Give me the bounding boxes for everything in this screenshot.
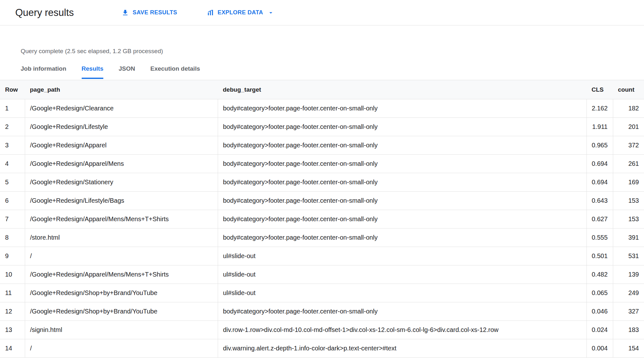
cell-debug-target: div.row-1.row>div.col-md-10.col-md-offse… bbox=[218, 321, 586, 339]
cell-debug-target: ul#slide-out bbox=[218, 284, 586, 302]
column-header-count: count bbox=[613, 80, 644, 99]
cell-count: 182 bbox=[613, 99, 644, 118]
tab-json[interactable]: JSON bbox=[119, 65, 135, 79]
query-results-header: Query results SAVE RESULTS EXPLORE DATA bbox=[0, 0, 644, 25]
cell-page-path: /signin.html bbox=[25, 321, 218, 339]
cell-count: 153 bbox=[613, 192, 644, 210]
column-header-debug-target: debug_target bbox=[218, 80, 586, 99]
table-row: 11/Google+Redesign/Shop+by+Brand/YouTube… bbox=[0, 284, 644, 302]
save-results-button[interactable]: SAVE RESULTS bbox=[121, 9, 177, 17]
cell-row-number: 13 bbox=[0, 321, 25, 339]
cell-debug-target: body#category>footer.page-footer.center-… bbox=[218, 210, 586, 229]
explore-data-icon bbox=[207, 9, 214, 17]
cell-row-number: 2 bbox=[0, 118, 25, 136]
cell-count: 531 bbox=[613, 247, 644, 265]
cell-cls: 0.694 bbox=[586, 173, 613, 192]
cell-row-number: 4 bbox=[0, 155, 25, 173]
query-status-text: Query complete (2.5 sec elapsed, 1.2 GB … bbox=[21, 48, 644, 55]
table-row: 7/Google+Redesign/Apparel/Mens/Mens+T+Sh… bbox=[0, 210, 644, 229]
cell-cls: 0.004 bbox=[586, 339, 613, 358]
cell-cls: 0.024 bbox=[586, 321, 613, 339]
cell-row-number: 7 bbox=[0, 210, 25, 229]
cell-count: 169 bbox=[613, 173, 644, 192]
cell-debug-target: body#category>footer.page-footer.center-… bbox=[218, 173, 586, 192]
cell-page-path: /Google+Redesign/Lifestyle/Bags bbox=[25, 192, 218, 210]
tab-results[interactable]: Results bbox=[82, 65, 104, 79]
cell-cls: 0.965 bbox=[586, 136, 613, 155]
cell-cls: 0.694 bbox=[586, 155, 613, 173]
cell-count: 249 bbox=[613, 284, 644, 302]
cell-debug-target: ul#slide-out bbox=[218, 247, 586, 265]
dropdown-arrow-icon bbox=[267, 9, 274, 16]
results-table: Row page_path debug_target CLS count 1/G… bbox=[0, 80, 644, 358]
column-header-page-path: page_path bbox=[25, 80, 218, 99]
table-row: 4/Google+Redesign/Apparel/Mensbody#categ… bbox=[0, 155, 644, 173]
cell-page-path: /Google+Redesign/Clearance bbox=[25, 99, 218, 118]
cell-row-number: 8 bbox=[0, 229, 25, 247]
cell-cls: 0.627 bbox=[586, 210, 613, 229]
cell-page-path: /Google+Redesign/Shop+by+Brand/YouTube bbox=[25, 302, 218, 321]
cell-page-path: /Google+Redesign/Apparel bbox=[25, 136, 218, 155]
cell-row-number: 14 bbox=[0, 339, 25, 358]
cell-count: 154 bbox=[613, 339, 644, 358]
tabs-bar: Job information Results JSON Execution d… bbox=[21, 65, 644, 79]
cell-count: 327 bbox=[613, 302, 644, 321]
table-row: 2/Google+Redesign/Lifestylebody#category… bbox=[0, 118, 644, 136]
cell-cls: 0.501 bbox=[586, 247, 613, 265]
save-results-label: SAVE RESULTS bbox=[133, 9, 177, 16]
cell-page-path: /Google+Redesign/Apparel/Mens bbox=[25, 155, 218, 173]
cell-page-path: /Google+Redesign/Apparel/Mens/Mens+T+Shi… bbox=[25, 265, 218, 284]
table-row: 13/signin.htmldiv.row-1.row>div.col-md-1… bbox=[0, 321, 644, 339]
cell-count: 153 bbox=[613, 210, 644, 229]
results-table-head: Row page_path debug_target CLS count bbox=[0, 80, 644, 99]
page-title: Query results bbox=[15, 7, 74, 18]
table-row: 5/Google+Redesign/Stationerybody#categor… bbox=[0, 173, 644, 192]
cell-cls: 1.911 bbox=[586, 118, 613, 136]
cell-cls: 0.482 bbox=[586, 265, 613, 284]
cell-count: 201 bbox=[613, 118, 644, 136]
table-row: 14/div.warning.alert.z-depth-1.info-colo… bbox=[0, 339, 644, 358]
table-row: 12/Google+Redesign/Shop+by+Brand/YouTube… bbox=[0, 302, 644, 321]
cell-debug-target: body#category>footer.page-footer.center-… bbox=[218, 302, 586, 321]
cell-debug-target: body#category>footer.page-footer.center-… bbox=[218, 155, 586, 173]
cell-row-number: 10 bbox=[0, 265, 25, 284]
cell-row-number: 6 bbox=[0, 192, 25, 210]
table-row: 8/store.htmlbody#category>footer.page-fo… bbox=[0, 229, 644, 247]
tab-job-information[interactable]: Job information bbox=[21, 65, 66, 79]
cell-page-path: /store.html bbox=[25, 229, 218, 247]
cell-count: 183 bbox=[613, 321, 644, 339]
explore-data-button[interactable]: EXPLORE DATA bbox=[207, 9, 274, 17]
cell-cls: 0.065 bbox=[586, 284, 613, 302]
cell-count: 139 bbox=[613, 265, 644, 284]
cell-row-number: 5 bbox=[0, 173, 25, 192]
table-row: 3/Google+Redesign/Apparelbody#category>f… bbox=[0, 136, 644, 155]
cell-count: 261 bbox=[613, 155, 644, 173]
cell-cls: 0.555 bbox=[586, 229, 613, 247]
cell-debug-target: body#category>footer.page-footer.center-… bbox=[218, 136, 586, 155]
cell-page-path: /Google+Redesign/Shop+by+Brand/YouTube bbox=[25, 284, 218, 302]
cell-cls: 2.162 bbox=[586, 99, 613, 118]
cell-debug-target: body#category>footer.page-footer.center-… bbox=[218, 229, 586, 247]
tab-execution-details[interactable]: Execution details bbox=[150, 65, 200, 79]
cell-cls: 0.046 bbox=[586, 302, 613, 321]
table-row: 10/Google+Redesign/Apparel/Mens/Mens+T+S… bbox=[0, 265, 644, 284]
cell-debug-target: body#category>footer.page-footer.center-… bbox=[218, 192, 586, 210]
results-table-body: 1/Google+Redesign/Clearancebody#category… bbox=[0, 99, 644, 358]
cell-count: 391 bbox=[613, 229, 644, 247]
download-icon bbox=[121, 9, 129, 17]
cell-debug-target: ul#slide-out bbox=[218, 265, 586, 284]
cell-page-path: / bbox=[25, 339, 218, 358]
table-row: 9/ul#slide-out0.501531 bbox=[0, 247, 644, 265]
cell-row-number: 3 bbox=[0, 136, 25, 155]
cell-count: 372 bbox=[613, 136, 644, 155]
cell-page-path: /Google+Redesign/Stationery bbox=[25, 173, 218, 192]
cell-debug-target: div.warning.alert.z-depth-1.info-color-d… bbox=[218, 339, 586, 358]
cell-row-number: 11 bbox=[0, 284, 25, 302]
cell-cls: 0.643 bbox=[586, 192, 613, 210]
explore-data-label: EXPLORE DATA bbox=[218, 9, 263, 16]
cell-row-number: 12 bbox=[0, 302, 25, 321]
table-row: 6/Google+Redesign/Lifestyle/Bagsbody#cat… bbox=[0, 192, 644, 210]
cell-row-number: 1 bbox=[0, 99, 25, 118]
cell-row-number: 9 bbox=[0, 247, 25, 265]
column-header-cls: CLS bbox=[586, 80, 613, 99]
